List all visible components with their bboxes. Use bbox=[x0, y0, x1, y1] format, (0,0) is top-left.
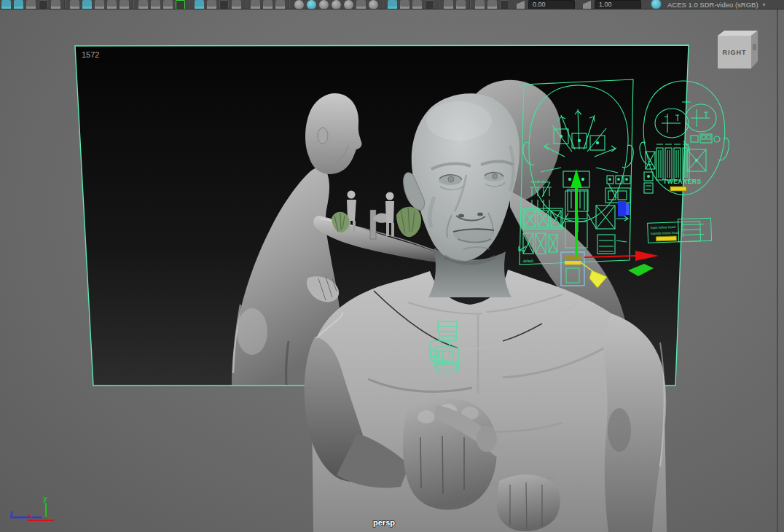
view-cube[interactable]: RIGHT bbox=[718, 31, 758, 69]
layout-b-icon[interactable] bbox=[487, 0, 497, 9]
y-axis-handle[interactable] bbox=[575, 188, 578, 257]
toolbar-separator bbox=[468, 0, 473, 9]
maya-viewport-window: { "toolbar": { "icons": [ {"name":"selec… bbox=[0, 0, 784, 532]
light-bulb-icon[interactable] bbox=[356, 0, 366, 9]
checker-sphere-icon[interactable] bbox=[344, 0, 353, 9]
view-cube-front-label[interactable]: RIGHT bbox=[723, 49, 747, 56]
snap-view-plane-icon[interactable] bbox=[107, 0, 117, 9]
toolbar-separator bbox=[243, 0, 248, 9]
dropdown-caret-icon[interactable]: ▾ bbox=[763, 0, 766, 9]
frame-number-label: 1572 bbox=[82, 50, 99, 59]
toolbar-separator bbox=[380, 0, 385, 9]
color-management-icon[interactable] bbox=[651, 0, 662, 9]
toolbar-separator bbox=[436, 0, 442, 9]
backface-icon[interactable] bbox=[425, 0, 434, 9]
axis-gizmo: y z x bbox=[9, 495, 54, 520]
cursor-icon[interactable] bbox=[444, 0, 453, 9]
keyboard-icon[interactable] bbox=[195, 0, 204, 9]
ssao-icon[interactable] bbox=[388, 0, 397, 9]
make-live-icon[interactable] bbox=[119, 0, 129, 9]
select-object-icon[interactable] bbox=[39, 0, 48, 9]
toolbar-separator bbox=[187, 0, 192, 9]
mouth-sticky-label: mouth sticky bbox=[531, 180, 550, 184]
shaded-mode-icon[interactable] bbox=[307, 0, 316, 9]
toolbar-separator bbox=[63, 0, 68, 9]
snap-projected-center-icon[interactable] bbox=[95, 0, 104, 9]
z-axis-label: z bbox=[9, 509, 13, 517]
view-transform-dropdown[interactable]: ACES 1.0 SDR-video (sRGB) bbox=[667, 0, 758, 9]
y-axis-label: y bbox=[43, 495, 47, 503]
cursor-alt-icon[interactable] bbox=[456, 0, 466, 9]
gamma-icon[interactable] bbox=[583, 1, 591, 9]
grid-icon[interactable] bbox=[232, 0, 241, 9]
blue-control[interactable] bbox=[618, 201, 630, 216]
texture-sphere-icon[interactable] bbox=[332, 0, 341, 9]
selected-control-bar[interactable] bbox=[565, 256, 581, 259]
film-gate-icon[interactable] bbox=[251, 0, 260, 9]
motion-blur-icon[interactable] bbox=[400, 0, 409, 9]
material-sphere-icon[interactable] bbox=[319, 0, 329, 9]
gamma-field[interactable]: 1.00 bbox=[595, 0, 641, 9]
layer-editor-icon[interactable] bbox=[219, 0, 229, 9]
selected-control-bar-2[interactable] bbox=[565, 261, 581, 265]
camera-name-label: persp bbox=[373, 518, 395, 527]
highlight-selection-icon[interactable] bbox=[176, 0, 185, 9]
resolution-gate-icon[interactable] bbox=[263, 0, 273, 9]
magnifier-icon[interactable] bbox=[163, 0, 173, 9]
moon-icon[interactable] bbox=[412, 0, 422, 9]
toolbar-separator bbox=[131, 0, 136, 9]
default-label: default bbox=[523, 259, 534, 263]
exposure-icon[interactable] bbox=[517, 1, 525, 9]
toolbar-separator bbox=[287, 0, 292, 9]
grease-pencil-icon[interactable] bbox=[138, 0, 148, 9]
channel-box-icon[interactable] bbox=[207, 0, 216, 9]
select-tool-icon[interactable] bbox=[1, 0, 11, 9]
toolbar-icon-strip bbox=[0, 0, 511, 9]
gate-mask-icon[interactable] bbox=[275, 0, 285, 9]
lasso-tool-icon[interactable] bbox=[14, 0, 23, 9]
shadow-sphere-icon[interactable] bbox=[369, 0, 378, 9]
panel-toolbar: 0.00 1.00 ACES 1.0 SDR-video (sRGB) ▾ bbox=[0, 0, 784, 9]
marker-icon[interactable] bbox=[151, 0, 160, 9]
exposure-field[interactable]: 0.00 bbox=[528, 0, 575, 9]
tweakers-title: TWEAKERS bbox=[663, 178, 702, 185]
wireframe-sphere-icon[interactable] bbox=[294, 0, 304, 9]
snap-curve-icon[interactable] bbox=[70, 0, 79, 9]
layout-a-icon[interactable] bbox=[475, 0, 485, 9]
layout-c-icon[interactable] bbox=[500, 0, 509, 9]
follow-selected-bar[interactable] bbox=[656, 236, 676, 241]
viewport-right-divider bbox=[777, 9, 778, 532]
snap-point-icon[interactable] bbox=[82, 0, 92, 9]
snap-grid-icon[interactable] bbox=[51, 0, 60, 9]
x-axis-label: x bbox=[28, 512, 31, 520]
tweakers-selected-bar[interactable] bbox=[670, 187, 686, 191]
perspective-viewport[interactable]: 1572 bbox=[0, 9, 784, 532]
paint-select-icon[interactable] bbox=[26, 0, 36, 9]
